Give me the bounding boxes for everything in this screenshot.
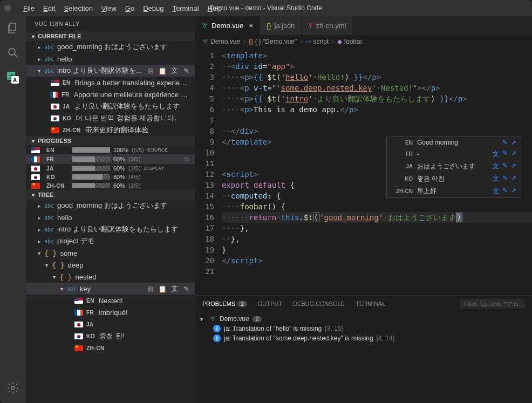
translate-icon[interactable]: 文 [170, 66, 179, 75]
tree-item[interactable]: ZH-CN [26, 342, 195, 354]
current-file-lang[interactable]: ENBrings a better translating experience [26, 77, 195, 88]
tree-item[interactable]: ▾{ }deep [26, 259, 195, 271]
gear-icon[interactable] [5, 380, 21, 395]
current-file-item[interactable]: ▸abchello [26, 53, 195, 65]
goto-icon[interactable]: ↗ [511, 187, 516, 196]
menu-go[interactable]: Go [121, 2, 138, 15]
editor[interactable]: 123456789101112131415161718192021 <templ… [195, 48, 532, 295]
pen-icon[interactable]: ✎ [502, 187, 508, 196]
flag-icon [31, 147, 40, 153]
filter-input[interactable]: Filter. Eg: text, **/*.ts,... [460, 299, 524, 309]
hint-row: FR-文✎↗ [387, 148, 521, 160]
menu-view[interactable]: View [98, 2, 120, 15]
tree-item[interactable]: ENNested! [26, 295, 195, 306]
search-icon[interactable] [5, 45, 21, 60]
window-button[interactable] [4, 5, 11, 11]
tree-item[interactable]: ▸abcgood_morning おはようございます [26, 200, 195, 211]
pen-icon[interactable]: ✎ [502, 174, 508, 183]
pen-icon[interactable]: ✎ [502, 162, 508, 171]
copy-icon[interactable]: ⎘ [146, 66, 155, 75]
files-icon[interactable] [5, 21, 21, 36]
tab-debug-console[interactable]: DEBUG CONSOLE [293, 300, 345, 307]
problems-file[interactable]: ▾ ⩔ Demo.vue 2 [200, 314, 527, 324]
current-file-lang[interactable]: KO더 나은 번역 경험을 제공합니다. [26, 112, 195, 124]
menu-bar: File Edit Selection View Go Debug Termin… [19, 2, 226, 15]
tree-item[interactable]: ▾abckey⎘📋文✎ [26, 283, 195, 295]
svg-point-6 [11, 386, 15, 390]
progress-row[interactable]: FR60%(3/5)⦰ [26, 154, 195, 164]
flag-icon [51, 80, 59, 86]
goto-icon[interactable]: ↗ [511, 139, 516, 146]
tree-item[interactable]: JA [26, 318, 195, 330]
breadcrumb-item[interactable]: ◆ foobar [337, 38, 362, 45]
translate-icon[interactable]: 文 [493, 187, 499, 196]
menu-file[interactable]: File [19, 2, 38, 15]
menu-edit[interactable]: Edit [39, 2, 59, 15]
close-icon[interactable]: × [249, 22, 253, 30]
title-bar: File Edit Selection View Go Debug Termin… [0, 0, 532, 16]
current-file-lang[interactable]: ZH-CN带来更好的翻译体验 [26, 124, 195, 136]
editor-tab[interactable]: ⩔Demo.vue× [195, 16, 260, 35]
translate-icon[interactable]: 文 [493, 174, 499, 183]
edit-icon[interactable]: ✎ [182, 284, 190, 293]
breadcrumb-item[interactable]: {} { } "Demo.vue" [249, 38, 297, 45]
sidebar-title: VUE I18N ALLY [26, 16, 195, 31]
i18n-ally-icon[interactable]: 文A [5, 70, 21, 85]
goto-icon[interactable]: ↗ [511, 149, 516, 159]
eye-off-icon[interactable]: ⦰ [185, 155, 189, 163]
tab-problems[interactable]: PROBLEMS2 [202, 300, 247, 307]
editor-tab[interactable]: {}ja.json [260, 16, 302, 35]
paste-icon[interactable]: 📋 [158, 66, 167, 75]
pen-icon[interactable]: ✎ [502, 149, 508, 159]
flag-icon [31, 174, 40, 180]
current-file-item[interactable]: ▸abcgood_morning おはようございます [26, 41, 195, 53]
goto-icon[interactable]: ↗ [511, 174, 516, 183]
progress-row[interactable]: JA60%(3/5)DISPLAY [26, 164, 195, 173]
code-area[interactable]: <template> ··<div id="app"> ····<p>{{ $t… [222, 48, 532, 295]
current-file-lang[interactable]: FRApporte une meilleure expérience de... [26, 88, 195, 100]
problem-item[interactable]: ija: Translation of "hello" is missing[3… [200, 324, 527, 333]
translate-icon[interactable]: 文 [493, 149, 499, 159]
breadcrumb[interactable]: ⩔ Demo.vue›{} { } "Demo.vue"›▭ script›◆ … [195, 35, 532, 48]
menu-debug[interactable]: Debug [139, 2, 167, 15]
flag-icon [31, 166, 40, 172]
copy-icon[interactable]: ⎘ [146, 284, 155, 293]
hint-row: KO좋은 아침文✎↗ [387, 173, 521, 185]
tree-item[interactable]: ▸abchello [26, 211, 195, 223]
tab-output[interactable]: OUTPUT [258, 300, 282, 307]
breadcrumb-item[interactable]: ⩔ Demo.vue [202, 38, 240, 45]
translate-icon[interactable]: 文 [170, 284, 179, 293]
tree-item[interactable]: KO중첩 된! [26, 330, 195, 342]
vue-icon: ⩔ [210, 315, 216, 323]
section-tree[interactable]: ▾TREE [26, 190, 195, 200]
current-file-item[interactable]: ▾abcintro より良い翻訳体験を...⎘📋文✎ [26, 65, 195, 77]
problems-list: ▾ ⩔ Demo.vue 2 ija: Translation of "hell… [195, 312, 532, 345]
paste-icon[interactable]: 📋 [158, 284, 167, 293]
problem-item[interactable]: ija: Translation of "some.deep.nested.ke… [200, 333, 527, 343]
edit-icon[interactable]: ✎ [182, 66, 190, 75]
tree-item[interactable]: ▸abcproject デモ [26, 235, 195, 247]
panel-tabs: PROBLEMS2 OUTPUT DEBUG CONSOLE TERMINAL … [195, 296, 532, 312]
tree-item[interactable]: FRImbriqué! [26, 306, 195, 318]
breadcrumb-item[interactable]: ▭ script [305, 38, 329, 45]
flag-icon [51, 115, 59, 121]
tree-item[interactable]: ▾{ }some [26, 247, 195, 259]
progress-row[interactable]: KO80%(4/5) [26, 173, 195, 181]
svg-rect-0 [10, 23, 16, 31]
tree-item[interactable]: ▾{ }nested [26, 271, 195, 283]
pen-icon[interactable]: ✎ [502, 139, 508, 146]
json-icon: {} [267, 22, 271, 30]
goto-icon[interactable]: ↗ [511, 162, 516, 171]
progress-row[interactable]: EN100%(5/5)SOURCE [26, 146, 195, 154]
current-file-lang[interactable]: JAより良い翻訳体験をもたらします [26, 100, 195, 112]
menu-selection[interactable]: Selection [60, 2, 96, 15]
section-current-file[interactable]: ▾CURRENT FILE [26, 31, 195, 41]
progress-row[interactable]: ZH-CN60%(3/5) [26, 181, 195, 190]
menu-terminal[interactable]: Terminal [168, 2, 202, 15]
translate-icon[interactable]: 文 [493, 162, 499, 171]
editor-tab[interactable]: Yzh-cn.yml [302, 16, 353, 35]
section-progress[interactable]: ▾PROGRESS [26, 136, 195, 146]
window-title: Demo.vue - demo - Visual Studio Code [210, 4, 322, 12]
tab-terminal[interactable]: TERMINAL [356, 300, 386, 307]
tree-item[interactable]: ▸abcintro より良い翻訳体験をもたらします [26, 223, 195, 235]
